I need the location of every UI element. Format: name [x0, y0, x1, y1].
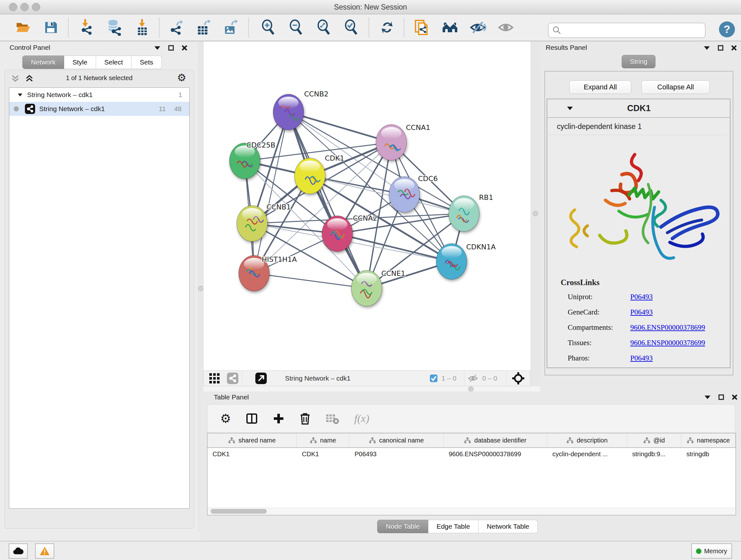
splitter-handle[interactable] [533, 211, 538, 216]
export-image-button[interactable] [222, 19, 239, 36]
refresh-button[interactable] [379, 19, 396, 36]
panel-float-icon[interactable] [168, 45, 174, 51]
panel-menu-icon[interactable] [703, 45, 711, 51]
edge-HIST1H1A-CCNE1[interactable] [254, 273, 367, 288]
network-options-gear-icon[interactable]: ⚙ [177, 72, 186, 83]
tab-select[interactable]: Select [96, 56, 131, 69]
collapse-all-button[interactable]: Collapse All [642, 80, 710, 94]
warnings-button[interactable] [35, 543, 54, 559]
zoom-selected-button[interactable] [342, 19, 360, 36]
crosslink-link[interactable]: 9606.ENSP00000378699 [630, 323, 705, 332]
node-CCNE1[interactable] [351, 270, 382, 306]
zoom-out-button[interactable] [287, 19, 305, 36]
panel-float-icon[interactable] [718, 394, 724, 400]
splitter-handle[interactable] [468, 386, 474, 392]
search-input[interactable] [561, 26, 697, 35]
network-tree-network-row[interactable]: String Network – cdk1 11 48 [9, 102, 189, 116]
scrollbar-thumb[interactable] [211, 509, 267, 514]
table-cell[interactable]: stringdb:9... [627, 448, 681, 462]
splitter-handle[interactable] [198, 286, 204, 291]
tab-edge-table[interactable]: Edge Table [428, 520, 479, 533]
crosslink-link[interactable]: 9606.ENSP00000378699 [630, 339, 705, 347]
table-cell[interactable]: stringdb [681, 448, 736, 462]
node-CDK1[interactable] [294, 158, 325, 194]
memory-button[interactable]: Memory [691, 543, 732, 559]
column-header-database-identifier[interactable]: database identifier [444, 433, 547, 447]
crosslink-link[interactable]: P06493 [630, 354, 653, 362]
panel-close-icon[interactable] [731, 394, 738, 400]
node-CDKN1A[interactable] [436, 244, 467, 279]
network-canvas[interactable]: CCNB2CCNA1CDC25BCDK1CDC6RB1CCNB1CCNA2CDK… [203, 42, 531, 370]
column-header-description[interactable]: description [547, 433, 627, 447]
import-table-button[interactable] [134, 19, 151, 36]
table-cell[interactable]: CDK1 [207, 448, 297, 462]
import-network-database-button[interactable] [106, 19, 123, 36]
tab-network[interactable]: Network [22, 56, 64, 69]
panel-menu-icon[interactable] [704, 395, 711, 400]
tab-style[interactable]: Style [64, 56, 96, 69]
node-CCNB2[interactable] [273, 94, 304, 130]
table-horizontal-scrollbar[interactable] [207, 508, 735, 515]
expand-all-button[interactable]: Expand All [569, 80, 631, 94]
table-cell[interactable]: cyclin-dependent ... [547, 448, 627, 462]
panel-float-icon[interactable] [718, 45, 724, 51]
edge-CCNB2-CCNA1[interactable] [288, 112, 391, 142]
table-row[interactable]: CDK1CDK1P064939606.ENSP00000378699cyclin… [207, 448, 736, 462]
panel-close-icon[interactable] [731, 45, 737, 51]
export-network-button[interactable] [168, 19, 185, 36]
column-header-shared-name[interactable]: shared name [207, 433, 297, 447]
tab-network-table[interactable]: Network Table [479, 520, 538, 533]
tree-expander-icon[interactable] [17, 93, 23, 97]
table-cell[interactable]: CDK1 [297, 448, 349, 462]
tab-string[interactable]: String [622, 55, 656, 68]
fit-selected-crosshair-icon[interactable] [512, 372, 525, 385]
tab-sets[interactable]: Sets [131, 56, 162, 69]
edge-CCNB2-CCNE1[interactable] [288, 112, 367, 288]
node-CCNB1[interactable] [237, 206, 267, 241]
table-cell[interactable]: P06493 [349, 448, 444, 462]
edge-CDK1-RB1[interactable] [310, 176, 464, 213]
show-all-button[interactable] [497, 19, 515, 36]
delete-column-trash-icon[interactable] [299, 412, 311, 425]
panel-menu-icon[interactable] [154, 45, 161, 51]
open-session-button[interactable] [14, 19, 31, 36]
first-neighbors-button[interactable] [441, 19, 459, 36]
help-button[interactable]: ? [718, 21, 736, 38]
copy-style-button[interactable] [413, 19, 430, 36]
cloud-services-button[interactable] [9, 543, 28, 559]
gene-header-row[interactable]: CDK1 [547, 99, 730, 118]
column-header-namespace[interactable]: namespace [681, 433, 736, 447]
node-CCNA1[interactable] [376, 125, 407, 160]
node-CCNA2[interactable] [322, 216, 353, 252]
hide-selected-button[interactable] [469, 19, 486, 36]
export-table-button[interactable] [195, 19, 212, 36]
vertical-splitter-right[interactable] [530, 42, 540, 391]
column-header-@id[interactable]: @id [627, 433, 681, 447]
node-RB1[interactable] [449, 196, 479, 232]
column-header-name[interactable]: name [297, 433, 349, 447]
delete-table-icon[interactable] [326, 413, 340, 425]
table-cell[interactable]: 9606.ENSP00000378699 [444, 448, 547, 462]
zoom-fit-button[interactable] [315, 19, 332, 36]
column-header-canonical-name[interactable]: canonical name [349, 433, 444, 447]
crosslink-link[interactable]: P06493 [630, 308, 653, 316]
node-CDC6[interactable] [389, 177, 420, 212]
add-column-icon[interactable] [273, 413, 285, 425]
tab-node-table[interactable]: Node Table [377, 520, 428, 533]
node-layer[interactable] [229, 94, 479, 306]
birds-eye-view-icon[interactable] [208, 372, 221, 385]
network-tree-root-row[interactable]: String Network – cdk1 1 [9, 88, 189, 102]
table-settings-gear-icon[interactable]: ⚙ [220, 413, 231, 425]
show-columns-icon[interactable] [246, 413, 258, 425]
panel-close-icon[interactable] [181, 45, 188, 51]
zoom-in-button[interactable] [259, 19, 277, 36]
crosslink-link[interactable]: P06493 [630, 293, 653, 301]
save-session-button[interactable] [42, 19, 59, 36]
network-graph[interactable]: CCNB2CCNA1CDC25BCDK1CDC6RB1CCNB1CCNA2CDK… [204, 42, 531, 370]
open-in-new-window-icon[interactable] [255, 372, 267, 384]
import-network-button[interactable] [77, 19, 95, 36]
edge-CCNB2-HIST1H1A[interactable] [254, 112, 288, 273]
collapse-gene-icon[interactable] [566, 106, 574, 111]
selected-checkbox-icon[interactable] [429, 374, 438, 382]
function-builder-icon[interactable]: f(x) [354, 413, 369, 425]
